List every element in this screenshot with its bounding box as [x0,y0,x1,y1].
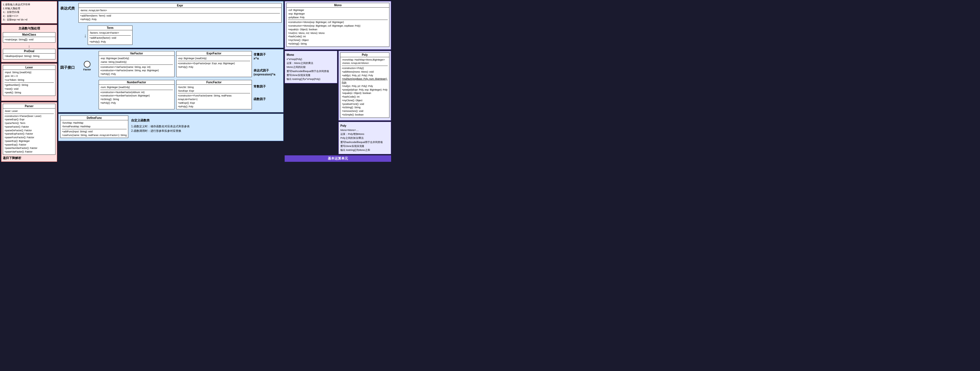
parser-box: Parser -lexer: Lexer «constructor»+Parse… [3,104,56,155]
poly-method-1: +addMono(mono: Mono): void [342,70,388,74]
define-func-method-1: +useFunc(name: String, realParas: ArrayL… [62,133,127,137]
factor-circle-label: Factor [83,68,91,71]
expr-box: Expr -terms: ArrayList<Term> +addTerm(te… [78,3,282,23]
parser-method-9: +paserNumberFactor(): Fatctor [5,146,54,150]
spacer-2 [253,79,282,82]
spacer-3 [253,91,282,94]
poly-method-5: +pow(polyExpr: Poly, exp: BigInteger): P… [342,88,388,92]
parser-method-6: +paserFuncFactor(): Fatctor [5,136,54,139]
define-func-header: DefineFunc [60,116,128,120]
mono-notes-title: Mono [286,53,335,57]
mono-notes-line-4: 重写clone实现深克隆 [286,73,335,77]
poly-method-0: «constructor»+Poly() [342,66,388,70]
factor-classes: VarFactor -exp: BigInteger {readOnly} -n… [99,51,252,110]
main-class-body: +main(args: String[]): void [3,37,55,43]
define-func-notes-area: 自定义函数类 1.函数定义时：储存函数名对应表达式和形参表 2.函数调用时：进行… [131,115,189,136]
main-class-method: +main(args: String[]): void [5,38,54,42]
func-factor-label: 函数因子 [253,97,282,101]
func-factor-method-1: +setExpr(): Expr [178,101,250,105]
func-factor-field-0: -funcStr: String [178,86,250,89]
func-factor-header: FuncFactor [177,80,252,85]
expr-factor-box: ExprFactor -exp: BigInteger {readOnly} «… [176,51,252,77]
mono-method-3: +mul(m1: Mono, m2: Mono): Mono [288,31,388,35]
expr-header: Expr [79,3,281,8]
poly-notes-line-0: 运算：Poly增加Mono [340,132,389,136]
var-factor-method-2: +toPoly(): Poly [100,72,173,76]
parser-method-7: +paserExp(): BigInteger [5,139,54,143]
expr-factor-method-1: +toPoly(): Poly [178,66,250,69]
expr-method-1: +toPoly(): Poly [80,18,280,22]
expr-field-0: -terms: ArrayList<Term> [80,9,280,13]
lexer-body: -input: String {readOnly} -pos: int = 0 … [3,70,55,96]
mono-notes-box: Mono x^a*exp(Poly) 运算：Mono之间的乘法 Mono之间的比… [285,51,337,83]
expr-area: 表达式类 Expr -terms: ArrayList<Term> +addTe… [60,3,282,46]
factor-row-2: NumberFactor -num: BigInteger {readOnly}… [99,80,252,111]
factor-row-1: VarFactor -exp: BigInteger {readOnly} -n… [99,51,252,78]
define-area: DefineFunc -funcMap: HashMap -formalPara… [60,115,282,139]
number-factor-method-0: «constructor»+NumberFactor(oldnum: int) [100,91,173,94]
predeal-box: PreDeal +dealInput(input: String): Strin… [3,49,56,59]
left-bottom-label: 递归下降解析 [3,156,56,160]
lexer-method-0: +getNumber(): String [5,83,54,87]
define-func-section: DefineFunc -funcMap: HashMap -formalPara… [58,114,283,141]
mono-field-1: -exp: BigInteger [288,12,388,16]
mono-method-0: «constructor»+Mono(exp: BigInteger, cof:… [288,21,388,24]
poly-method-9: +positiveFront(): void [342,102,388,106]
factor-label: 因子接口 [60,51,76,70]
mono-method-6: +toString(): String [288,42,388,46]
func-factor-field-1: -funcExpr: Expr [178,89,250,93]
mono-body: -cof: BigInteger -exp: BigInteger -polyB… [286,8,389,46]
func-factor-method-0: «constructor»+FuncFactor(name: String, r… [178,94,250,101]
expr-section: 表达式类 Expr -terms: ArrayList<Term> +addTe… [58,1,283,48]
number-factor-method-2: +toString(): String [100,98,173,101]
poly-col: Poly -monoMap: HashMap<Mono,BigInteger> … [339,51,391,154]
define-func-method-0: +addFunc(input: String): void [62,130,127,133]
poly-method-8: +myClone(): Object [342,99,388,102]
define-func-note-1: 2.函数调用时：进行形参和实参对应替换 [131,129,189,133]
lexer-field-2: +curToken: String [5,78,54,82]
poly-field-1: -monos: ArrayList<Mono> [342,61,388,65]
define-func-body: -funcMap: HashMap -formalParaMap: HashMa… [60,120,128,138]
poly-notes-box: Poly Mono+Mono+.... 运算：Poly增加Mono Poly之间… [339,122,391,154]
lexer-section: Lexer -input: String {readOnly} -pos: in… [1,63,57,101]
define-func-label: 自定义函数类 [131,118,189,123]
parser-header: Parser [3,104,55,109]
number-factor-box: NumberFactor -num: BigInteger {readOnly}… [99,80,175,110]
main-container: 1.读取输入表达式字符串 2.对输入预处理 1）去除空白项 2）去除++/-/+… [0,0,392,163]
func-factor-box: FuncFactor -funcStr: String -funcExpr: E… [176,80,252,110]
factor-circle [84,61,91,67]
notes-box: 1.读取输入表达式字符串 2.对输入预处理 1）去除空白项 2）去除++/-/+… [1,1,57,24]
right-bottom-label: 基本运算单元 [285,155,391,162]
number-factor-method-1: «constructor»+NumberFactor(num: BigInteg… [100,94,173,98]
mono-method-4: +hashCode(): int [288,35,388,38]
parser-method-3: +parseFactor(): Fatctor [5,125,54,129]
factor-area: 因子接口 Factor VarFactor -exp: BigInteger {… [60,51,282,110]
lexer-method-1: +next(): void [5,87,54,91]
notes-title: 1.读取输入表达式字符串 2.对输入预处理 1）去除空白项 2）去除++/-/+… [3,3,56,22]
var-factor-label: 变量因子 x^a [253,53,282,60]
expr-classes: Expr -terms: ArrayList<Term> +addTerm(te… [78,3,282,46]
main-section-title: 主函数与预处理 [3,26,56,30]
define-func-field-0: -funcMap: HashMap [62,121,127,125]
poly-notes-title: Poly [340,124,389,128]
main-class-box: MainClass +main(args: String[]): void [3,32,56,43]
var-factor-box: VarFactor -exp: BigInteger {readOnly} -n… [99,51,175,77]
parser-body: -lexer: Lexer «constructor»+Parser(lexer… [3,109,55,155]
mono-notes-line-1: 运算：Mono之间的乘法 [286,61,335,65]
mono-notes-line-3: 重写hashcode和equal用于合并同类项 [286,69,335,73]
arrow-term: ↓ [84,33,87,39]
parser-method-8: +paserExp(): Fatctor [5,143,54,147]
factor-right-labels: 变量因子 x^a 表达式因子 (expression)^a 常数因子 函数因子 [253,51,282,101]
mono-field-0: -cof: BigInteger [288,8,388,12]
poly-section: Poly -monoMap: HashMap<Mono,BigInteger> … [339,51,391,121]
var-factor-field-1: -name: String {readOnly} [100,60,173,64]
parser-method-2: +parseTerm(): Term [5,122,54,125]
mono-method-5: +myClone(): Object [288,38,388,42]
define-func-field-1: -formalParaMap: HashMap [62,125,127,128]
poly-method-11: +removeZero(): void [342,109,388,113]
poly-method-10: +toString(): String [342,106,388,109]
spacer-1 [253,63,282,66]
predeal-method: +dealInput(input: String): String [5,54,54,58]
term-body: -factors: ArrayList<Factor> +addFactor(f… [88,30,132,45]
parser-method-10: +paserVarFactor(): Fatctor [5,150,54,154]
